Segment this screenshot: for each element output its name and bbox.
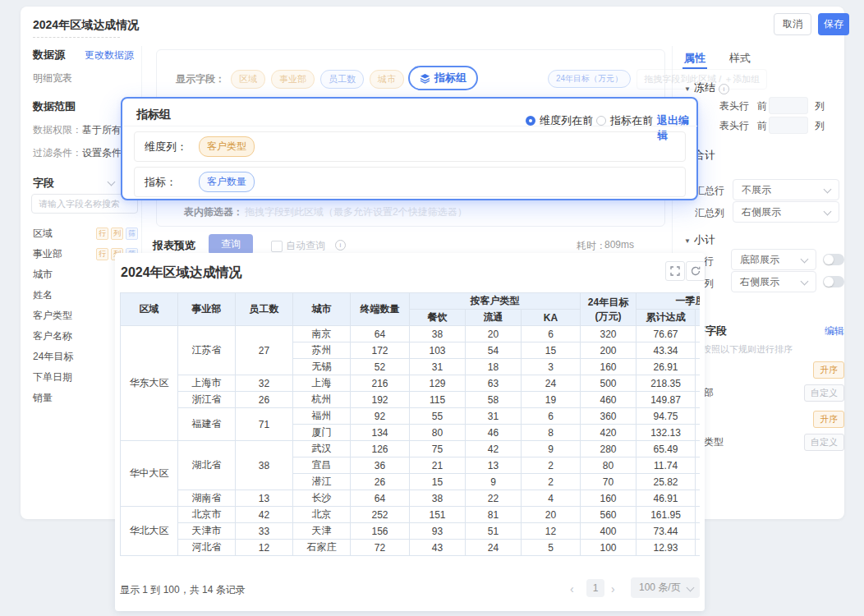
refresh-button[interactable] (686, 261, 705, 281)
employees-cell: 26 (236, 392, 293, 408)
field-chip[interactable]: 城市 (370, 70, 404, 89)
dimension-row: 维度列： 客户类型 (134, 131, 686, 162)
field-chip[interactable]: 员工数 (320, 70, 364, 89)
report-preview-label: 报表预览 (153, 238, 195, 253)
employees-cell: 71 (236, 408, 293, 441)
field-name: 销量 (33, 391, 53, 405)
radio-dim-first[interactable]: 维度列在前 (526, 113, 593, 128)
field-item[interactable]: 区域行列筛 (33, 223, 138, 244)
sort-item[interactable]: 区域升序 (684, 361, 844, 379)
terminal-cell: 52 (351, 359, 410, 375)
prev-page-icon[interactable]: ‹ (570, 582, 574, 595)
employees-cell: 32 (236, 375, 293, 392)
employees-cell: 12 (236, 540, 293, 556)
filter-condition-value[interactable]: 设置条件 (82, 146, 122, 160)
save-button[interactable]: 保存 (818, 13, 849, 35)
achieved-cell: 149.87 (637, 392, 696, 408)
dimension-chip[interactable]: 客户类型 (199, 136, 255, 157)
field-chip[interactable]: 事业部 (271, 70, 315, 89)
subtotal-row-select[interactable]: 底部展示 (731, 249, 816, 270)
city-cell: 宜昌 (293, 457, 351, 474)
sort-item[interactable]: 客户类型自定义 (684, 434, 844, 451)
catering-cell: 15 (410, 474, 466, 490)
catering-cell: 31 (410, 359, 466, 375)
catering-cell: 43 (410, 540, 466, 556)
fields-label: 字段 (33, 176, 54, 191)
total-col-select[interactable]: 右侧展示 (733, 201, 839, 223)
sort-order-badge: 升序 (813, 411, 844, 428)
sort-order-badge: 自定义 (804, 384, 844, 402)
total-row-select[interactable]: 不展示 (733, 179, 839, 200)
page-size-select[interactable]: 100 条/页 (631, 577, 700, 598)
radio-metric-first[interactable]: 指标在前 (596, 113, 653, 128)
sort-item[interactable]: 城市升序 (684, 411, 844, 428)
current-page[interactable]: 1 (586, 579, 604, 597)
freeze-section-header[interactable]: ▼冻结i (684, 80, 729, 95)
city-cell: 南京 (293, 326, 351, 342)
city-cell: 北京 (293, 507, 351, 523)
chevron-down-icon (824, 208, 832, 216)
sort-edit-link[interactable]: 编辑 (825, 324, 844, 338)
column-header: 区域 (121, 293, 178, 326)
field-name: 下单日期 (33, 370, 72, 384)
next-page-icon[interactable]: › (611, 582, 615, 595)
freeze-rows-input[interactable] (769, 97, 808, 114)
target-cell: 160 (581, 359, 637, 375)
freeze-cols-input[interactable] (769, 117, 808, 134)
metric-chip[interactable]: 客户数量 (199, 172, 255, 192)
subtotal-row-toggle[interactable] (823, 254, 844, 265)
circulation-cell: 24 (466, 540, 522, 556)
ka-cell: 2 (522, 474, 581, 490)
target-cell: 160 (581, 490, 637, 507)
freeze-row-mid: 前 (757, 99, 767, 113)
city-cell: 长沙 (293, 490, 351, 507)
tab-style[interactable]: 样式 (729, 51, 751, 66)
division-cell: 浙江省 (178, 392, 236, 408)
auto-query-checkbox[interactable] (271, 241, 283, 252)
title-underline (33, 37, 120, 38)
employees-cell: 27 (236, 326, 293, 375)
page-size-value: 100 条/页 (639, 582, 681, 593)
column-header (696, 310, 700, 326)
target-cell: 420 (581, 425, 637, 441)
clipped-cell (696, 326, 700, 342)
target-cell: 100 (581, 540, 637, 556)
employees-cell: 13 (236, 490, 293, 507)
field-chip[interactable]: 区域 (231, 70, 265, 89)
achieved-cell: 11.74 (637, 457, 696, 474)
chevron-down-icon (801, 278, 809, 286)
sort-item[interactable]: 事业部自定义 (684, 384, 844, 402)
filter-condition-label: 过滤条件： (33, 146, 82, 160)
freeze-row-suffix: 列 (815, 119, 825, 133)
datasource-label: 数据源 (33, 48, 65, 62)
city-cell: 福州 (293, 408, 351, 425)
column-header: 累计达成 (637, 310, 696, 326)
target-cell: 460 (581, 392, 637, 408)
fullscreen-button[interactable] (665, 261, 685, 281)
achieved-cell: 26.91 (637, 359, 696, 375)
subtotal-section-header[interactable]: ▼小计 (684, 232, 715, 247)
select-value: 不展示 (742, 183, 771, 197)
circulation-cell: 54 (466, 342, 522, 359)
subtotal-col-toggle[interactable] (823, 276, 844, 287)
table-row: 华北大区北京市42北京2521518120560161.95 (121, 507, 701, 523)
field-chip[interactable]: 24年目标（万元） (548, 70, 631, 88)
terminal-cell: 126 (351, 441, 410, 457)
radio-selected-icon (526, 116, 535, 126)
field-name: 事业部 (33, 247, 62, 261)
target-cell: 320 (581, 326, 637, 342)
achieved-cell: 132.13 (637, 425, 696, 441)
table-row: 湖南省13长沙643822416046.91 (121, 490, 701, 507)
subtotal-col-select[interactable]: 右侧展示 (731, 271, 816, 292)
clipped-cell (696, 457, 700, 474)
change-datasource-link[interactable]: 更改数据源 (85, 48, 134, 62)
field-usage-badge: 列 (111, 228, 123, 240)
freeze-row-mid: 前 (757, 119, 767, 133)
cancel-button[interactable]: 取消 (774, 13, 811, 35)
city-cell: 天津 (293, 523, 351, 540)
expand-icon (670, 266, 680, 276)
radio-unselected-icon (596, 116, 606, 126)
query-button[interactable]: 查询 (209, 234, 253, 255)
tab-properties[interactable]: 属性 (684, 51, 705, 66)
indicator-group-chip[interactable]: 指标组 (408, 66, 478, 90)
